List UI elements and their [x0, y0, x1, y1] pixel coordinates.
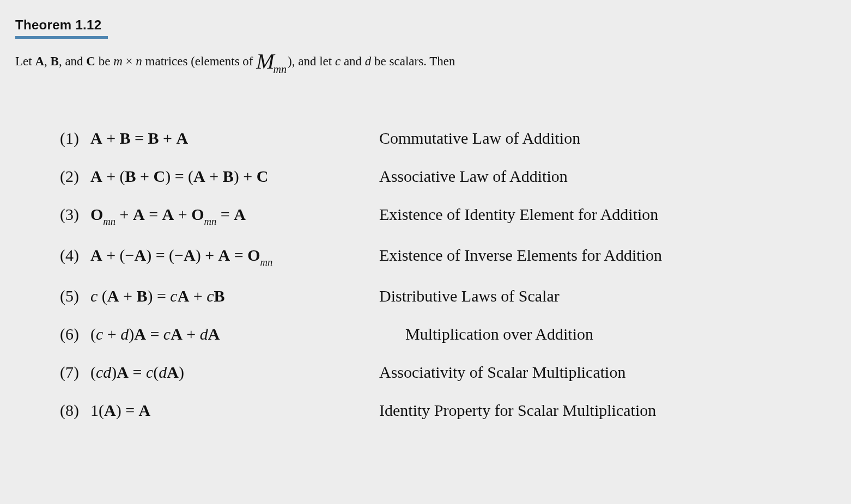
sym-A: A [184, 246, 196, 264]
property-equation: 1(A) = A [90, 401, 379, 420]
sym-B: B [223, 167, 234, 185]
property-equation: (c + d)A = cA + dA [90, 325, 379, 343]
sym-c: c [96, 325, 103, 343]
property-name: Existence of Inverse Elements for Additi… [379, 246, 836, 265]
matrix-A: A [35, 54, 44, 68]
sym-A: A [90, 129, 102, 147]
sym-c: c [90, 287, 98, 305]
property-row-8: (8) 1(A) = A Identity Property for Scala… [60, 401, 836, 420]
op: + [159, 129, 177, 147]
dim-n: n [136, 54, 142, 68]
property-name: Existence of Identity Element for Additi… [379, 205, 836, 224]
property-number: (7) [60, 363, 90, 382]
property-row-3: (3) Omn + A = A + Omn = A Existence of I… [60, 205, 836, 226]
sym-A: A [171, 325, 183, 343]
sym-B: B [136, 287, 147, 305]
property-equation: A + (B + C) = (A + B) + C [90, 167, 379, 186]
sym-A: A [178, 287, 190, 305]
intro-text-fragment: matrices (elements of [142, 54, 256, 68]
property-row-5: (5) c (A + B) = cA + cB Distributive Law… [60, 287, 836, 305]
sym-O: O [90, 205, 103, 223]
op: ) = (− [146, 246, 184, 264]
sym-B: B [148, 129, 159, 147]
op: ( [90, 363, 96, 381]
times-symbol: × [123, 54, 136, 68]
property-row-2: (2) A + (B + C) = (A + B) + C Associativ… [60, 167, 836, 186]
op: 1( [90, 401, 104, 419]
sym-d: d [200, 325, 208, 343]
property-row-7: (7) (cd)A = c(dA) Associativity of Scala… [60, 363, 836, 382]
property-row-4: (4) A + (−A) = (−A) + A = Omn Existence … [60, 246, 836, 267]
accent-rule [15, 36, 108, 39]
property-name: Associativity of Scalar Multiplication [379, 363, 836, 382]
subscript-mn: mn [103, 216, 116, 227]
set-Mmn: Mmn [256, 56, 288, 75]
op: = [230, 246, 247, 264]
sym-A: A [134, 325, 146, 343]
property-number: (2) [60, 167, 90, 186]
properties-list: (1) A + B = B + A Commutative Law of Add… [60, 129, 836, 420]
op: + (− [102, 246, 135, 264]
dim-m: m [113, 54, 123, 68]
sym-c: c [170, 287, 177, 305]
op: = [145, 205, 162, 223]
op: ) + [196, 246, 218, 264]
op: ) = ( [165, 167, 193, 185]
property-name: Multiplication over Addition [379, 325, 836, 343]
sym-A: A [90, 246, 102, 264]
sym-A: A [218, 246, 230, 264]
property-number: (1) [60, 129, 90, 147]
property-number: (5) [60, 287, 90, 305]
sym-B: B [214, 287, 225, 305]
property-row-6: (6) (c + d)A = cA + dA Multiplication ov… [60, 325, 836, 343]
op: ) = [147, 287, 170, 305]
sym-A: A [133, 205, 145, 223]
matrix-B: B [51, 54, 59, 68]
op: ) + [234, 167, 257, 185]
property-number: (3) [60, 205, 90, 224]
sym-A: A [107, 287, 119, 305]
op: = [129, 363, 146, 381]
property-equation: A + B = B + A [90, 129, 379, 147]
sym-A: A [176, 129, 188, 147]
intro-text-fragment: , [44, 54, 51, 68]
intro-text: Let A, B, and C be m × n matrices (eleme… [15, 52, 836, 75]
intro-text-fragment: Let [15, 54, 35, 68]
intro-text-fragment: be scalars. Then [371, 54, 455, 68]
sym-C: C [154, 167, 166, 185]
subscript-mn: mn [204, 216, 217, 227]
property-equation: A + (−A) = (−A) + A = Omn [90, 246, 379, 267]
op: ) = [116, 401, 139, 419]
property-number: (4) [60, 246, 90, 265]
set-M-glyph: M [256, 49, 274, 73]
op: + [103, 325, 120, 343]
op: = [146, 325, 163, 343]
scalar-d: d [365, 54, 372, 68]
sym-A: A [117, 363, 129, 381]
op: + [189, 287, 206, 305]
op: + [102, 129, 120, 147]
sym-C: C [257, 167, 269, 185]
sym-A: A [234, 205, 246, 223]
op: ) [179, 363, 184, 381]
op: ( [98, 287, 107, 305]
subscript-mn: mn [260, 256, 273, 268]
page: Theorem 1.12 Let A, B, and C be m × n ma… [0, 0, 851, 472]
sym-A: A [135, 246, 147, 264]
property-number: (6) [60, 325, 90, 343]
sym-d: d [159, 363, 167, 381]
op: ( [153, 363, 159, 381]
property-name: Associative Law of Addition [379, 167, 836, 186]
scalar-c: c [335, 54, 341, 68]
op: + [116, 205, 133, 223]
intro-text-fragment: be [95, 54, 113, 68]
sym-c: c [206, 287, 214, 305]
sym-A: A [139, 401, 151, 419]
sym-O: O [191, 205, 204, 223]
sym-B: B [125, 167, 136, 185]
op: ( [90, 325, 96, 343]
sym-cd: cd [96, 363, 111, 381]
sym-A: A [193, 167, 205, 185]
property-number: (8) [60, 401, 90, 420]
sym-d: d [120, 325, 129, 343]
